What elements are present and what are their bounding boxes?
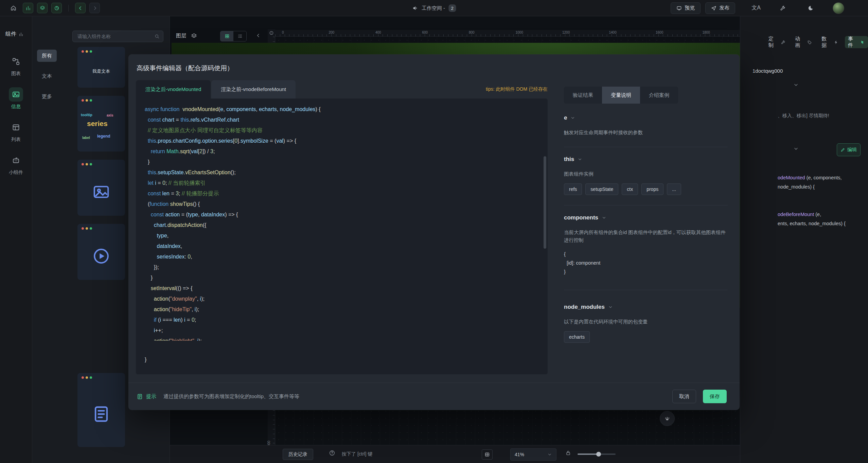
pie-tool-button[interactable] [51, 3, 62, 13]
wrench-icon [780, 5, 786, 11]
code-line: const len = 3; // 轮播部分提示 [145, 188, 548, 199]
var-section-components[interactable]: components [564, 214, 728, 221]
components-code-sample: { [id]: component} [564, 250, 728, 276]
help-icon[interactable] [329, 450, 335, 456]
tools-button[interactable] [777, 2, 789, 14]
code-editor[interactable]: async function vnodeMounted(e, component… [136, 99, 548, 374]
zoom-select[interactable]: 41% [510, 448, 556, 461]
component-card-text[interactable]: 我是文本 [77, 47, 125, 88]
tab-animation[interactable]: 动画 [792, 36, 815, 48]
tag-pill[interactable]: props [641, 183, 663, 195]
ruler-number: 600 [422, 31, 428, 34]
ruler-number: 1200 [562, 31, 570, 34]
undo-button[interactable] [75, 3, 86, 13]
workspace-count-badge: 2 [448, 4, 456, 12]
event-snippet-before-mount[interactable]: odeBeforeMount (e, ents, echarts, node_m… [778, 210, 846, 228]
window-dots [82, 50, 92, 53]
rail-item-lists[interactable]: 列表 [2, 118, 30, 145]
layers-tool-button[interactable] [37, 3, 48, 13]
avatar[interactable] [833, 2, 844, 14]
code-area[interactable]: async function vnodeMounted(e, component… [145, 104, 548, 365]
category-all[interactable]: 所有 [37, 50, 57, 62]
language-toggle-button[interactable]: 文A [751, 4, 761, 12]
chevron-down-icon[interactable] [793, 146, 799, 152]
tab-vnode-before-mount[interactable]: 渲染之前-vnodeBeforeMount [211, 80, 296, 99]
lock-icon[interactable] [565, 450, 571, 456]
tab-label: 事件 [848, 36, 858, 49]
ruler-number: 0 [282, 31, 284, 34]
wordcloud-word: axis [107, 113, 113, 117]
tag-pill[interactable]: setupState [585, 183, 618, 195]
code-line: if (i === len) i = 0; [145, 315, 548, 325]
divider [564, 205, 728, 206]
events-teaser-text: 、移入、移出] 尽情期待! [778, 113, 863, 119]
var-section-node-modules[interactable]: node_modules [564, 304, 728, 310]
preview-button[interactable]: 预览 [671, 2, 701, 14]
component-card-video[interactable] [77, 224, 125, 280]
component-search [72, 31, 163, 42]
chart-icon [9, 54, 23, 69]
home-icon [10, 5, 17, 11]
rail-item-widgets[interactable]: 小组件 [2, 151, 30, 178]
tab-validation-result[interactable]: 验证结果 [564, 87, 602, 104]
tab-variable-docs[interactable]: 变量说明 [602, 87, 640, 104]
topbar: 工作空间 - 2 预览 发布 文A [0, 0, 868, 16]
component-card-wordcloud[interactable]: tooltipserieslegendaxislabel [77, 96, 125, 152]
code-line: return Math.sqrt(val[2]) / 3; [145, 146, 548, 157]
grid-toggle-button[interactable] [482, 449, 493, 460]
zoom-slider[interactable] [578, 453, 616, 455]
rail-item-charts[interactable]: 图表 [2, 52, 30, 79]
tab-vnode-mounted[interactable]: 渲染之后-vnodeMounted [136, 80, 211, 99]
code-line: this.props.chartConfig.option.series[0].… [145, 136, 548, 146]
tag-pill[interactable]: refs [564, 183, 582, 195]
list-view-button[interactable] [233, 31, 246, 41]
speaker-icon[interactable] [412, 5, 418, 11]
tab-data[interactable]: 数据 [818, 36, 842, 48]
tag-pill[interactable]: ctx [622, 183, 638, 195]
node-modules-tags: echarts [564, 331, 728, 343]
tab-intro-examples[interactable]: 介绍案例 [640, 87, 678, 104]
chevron-down-icon[interactable] [793, 82, 799, 88]
var-section-e[interactable]: e [564, 114, 728, 121]
code-line: let i = 0; // 当前轮播索引 [145, 178, 548, 188]
tab-customize[interactable]: 定制 [765, 36, 789, 48]
category-more[interactable]: 更多 [37, 90, 57, 103]
collapse-panel-button[interactable] [255, 33, 261, 38]
component-card-image[interactable] [77, 160, 125, 216]
image-icon [92, 183, 110, 201]
component-card-form[interactable] [77, 373, 125, 447]
var-section-this[interactable]: this [564, 156, 728, 163]
layers-label: 图层 [176, 33, 186, 39]
table-icon [9, 120, 23, 135]
event-snippet-mounted[interactable]: odeMounted (e, components, node_modules)… [778, 173, 842, 192]
search-input[interactable] [77, 34, 154, 39]
publish-button[interactable]: 发布 [705, 2, 735, 14]
rail-item-info[interactable]: 信息 [2, 85, 30, 112]
tab-events[interactable]: 事件 [845, 36, 868, 48]
edit-event-button[interactable]: 编辑 [837, 143, 861, 156]
search-icon[interactable] [154, 34, 160, 39]
home-button[interactable] [7, 2, 19, 14]
moon-icon [808, 5, 814, 11]
chart-tool-button[interactable] [23, 3, 33, 13]
code-line: async function vnodeMounted(e, component… [145, 104, 548, 114]
left-rail: 组件 图表 信息 列表 小组件 [0, 16, 32, 463]
chevron-down-icon [608, 305, 613, 309]
tag-pill[interactable]: echarts [564, 331, 590, 343]
redo-button[interactable] [89, 3, 100, 13]
section-desc: 图表组件实例 [564, 170, 728, 178]
code-line: this.setupState.vEchartsSetOption(); [145, 167, 548, 178]
drag-canvas-button[interactable] [660, 411, 675, 426]
history-button[interactable]: 历史记录 [283, 449, 313, 460]
grid-view-button[interactable] [220, 31, 233, 41]
save-button[interactable]: 保存 [703, 390, 727, 403]
category-text[interactable]: 文本 [37, 70, 57, 82]
edit-label: 编辑 [847, 147, 857, 153]
snippet-head: odeBeforeMount [778, 212, 814, 217]
tag-pill[interactable]: ... [667, 183, 681, 195]
cancel-button[interactable]: 取消 [672, 390, 696, 403]
code-line: } [145, 272, 548, 283]
dark-mode-button[interactable] [805, 2, 816, 14]
zoom-slider-handle[interactable] [596, 452, 601, 457]
editor-scrollbar[interactable] [544, 156, 546, 249]
